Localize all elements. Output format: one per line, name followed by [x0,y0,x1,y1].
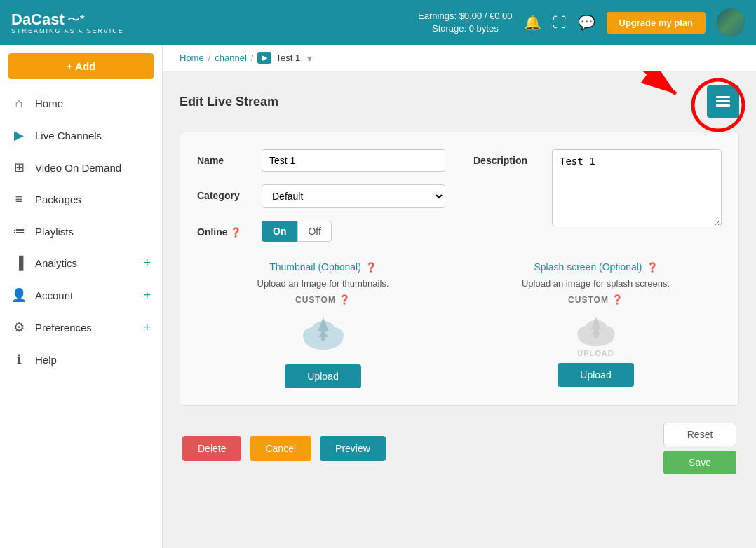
splash-title-row: Splash screen (Optional) ❓ [534,261,657,273]
breadcrumb: Home / channel / ▶ Test 1 ▾ [163,45,756,71]
toggle-on-button[interactable]: On [262,221,297,242]
help-icon: ℹ [11,352,27,367]
earnings-display: Earnings: $0.00 / €0.00 Storage: 0 bytes [418,10,512,35]
splash-cloud-upload-svg [572,310,621,349]
sidebar-label-vod: Video On Demand [35,162,121,174]
thumbnail-subtitle: Upload an Image for thumbnails. [257,278,389,289]
sidebar-label-home: Home [35,97,63,109]
form-main-grid: Name Category Default Online [197,149,722,254]
splash-upload-area: UPLOAD [572,310,621,357]
content-area: Edit Live Stream [163,71,756,548]
toggle-off-button[interactable]: Off [297,221,331,242]
preview-button[interactable]: Preview [320,436,386,461]
sidebar-item-account[interactable]: 👤 Account + [0,279,162,311]
splash-upload-text: UPLOAD [577,349,614,357]
svg-rect-4 [716,100,730,102]
preferences-plus-icon[interactable]: + [143,320,151,335]
name-input[interactable] [262,149,445,172]
account-plus-icon[interactable]: + [143,288,151,303]
avatar[interactable] [717,8,745,36]
logo-wave: 〜* [67,11,85,28]
cancel-button[interactable]: Cancel [250,436,311,461]
online-label: Online ❓ [197,221,253,238]
upgrade-button[interactable]: Upgrade my plan [607,12,706,34]
analytics-plus-icon[interactable]: + [143,256,151,270]
description-row: Description Test 1 [473,149,722,226]
thumbnail-upload-button[interactable]: Upload [285,364,360,388]
online-toggle: On Off [262,221,332,242]
form-header: Edit Live Stream [180,85,739,118]
thumbnail-title-row: Thumbnail (Optional) ❓ [269,261,377,273]
sidebar: + Add ⌂ Home ▶ Live Channels ⊞ Video On … [0,45,163,548]
online-help-icon[interactable]: ❓ [230,227,241,238]
thumbnail-help-icon[interactable]: ❓ [365,262,377,273]
breadcrumb-home[interactable]: Home [180,53,204,63]
category-select[interactable]: Default [262,184,445,208]
thumbnail-title: Thumbnail (Optional) [269,261,361,273]
account-icon: 👤 [11,287,27,303]
packages-icon: ≡ [11,192,27,207]
form-right-col: Description Test 1 [473,149,722,254]
logo-subtitle: STREAMING AS A SERVICE [11,27,124,34]
splash-custom-label: CUSTOM ❓ [568,294,623,305]
reset-button[interactable]: Reset [663,423,736,446]
fullscreen-icon[interactable]: ⛶ [553,15,567,31]
thumbnail-custom-help-icon[interactable]: ❓ [339,294,351,305]
delete-button[interactable]: Delete [182,436,241,461]
breadcrumb-current: Test 1 [276,53,300,63]
sidebar-item-help[interactable]: ℹ Help [0,343,162,376]
analytics-icon: ▐ [11,256,27,270]
upload-section: Thumbnail (Optional) ❓ Upload an Image f… [197,261,722,388]
chat-icon[interactable]: 💬 [578,14,595,31]
earnings-line1: Earnings: $0.00 / €0.00 [418,10,512,22]
cloud-upload-svg [299,310,348,352]
description-textarea[interactable]: Test 1 [552,149,722,226]
sidebar-item-live-channels[interactable]: ▶ Live Channels [0,119,162,151]
splash-help-icon[interactable]: ❓ [647,262,658,273]
breadcrumb-dropdown-arrow[interactable]: ▾ [307,53,312,64]
right-action-buttons: Reset Save [663,423,736,474]
name-label: Name [197,149,253,166]
menu-button[interactable] [707,85,739,118]
splash-subtitle: Upload an image for splash screens. [522,278,670,289]
sidebar-label-playlists: Playlists [35,226,74,238]
add-button[interactable]: + Add [8,53,154,79]
splash-custom-help-icon[interactable]: ❓ [612,294,623,305]
svg-rect-5 [716,104,730,107]
thumbnail-upload-icon [299,310,348,359]
playlists-icon: ≔ [11,224,27,239]
header: DaCast 〜* STREAMING AS A SERVICE Earning… [0,0,756,45]
description-label: Description [473,149,544,166]
sidebar-item-playlists[interactable]: ≔ Playlists [0,215,162,247]
sidebar-item-packages[interactable]: ≡ Packages [0,184,162,215]
sidebar-item-home[interactable]: ⌂ Home [0,88,162,119]
logo-text: DaCast [11,11,65,29]
splash-upload-box: Splash screen (Optional) ❓ Upload an ima… [470,261,722,388]
svg-rect-3 [716,96,730,98]
form-left-col: Name Category Default Online [197,149,445,254]
sidebar-item-preferences[interactable]: ⚙ Preferences + [0,311,162,343]
sidebar-item-vod[interactable]: ⊞ Video On Demand [0,151,162,184]
sidebar-label-help: Help [35,354,57,366]
logo: DaCast 〜* STREAMING AS A SERVICE [11,11,124,34]
breadcrumb-channel[interactable]: channel [215,53,247,63]
splash-upload-button[interactable]: Upload [558,363,633,387]
sidebar-label-account: Account [35,289,73,301]
sidebar-item-analytics[interactable]: ▐ Analytics + [0,247,162,279]
avatar-image [717,8,745,36]
sidebar-label-preferences: Preferences [35,322,92,334]
sidebar-nav: ⌂ Home ▶ Live Channels ⊞ Video On Demand… [0,88,162,376]
online-row: Online ❓ On Off [197,221,445,242]
svg-line-2 [627,71,676,94]
page-title: Edit Live Stream [180,95,278,109]
main-content: Home / channel / ▶ Test 1 ▾ Edit Live St… [163,45,756,548]
sidebar-label-analytics: Analytics [35,257,77,269]
name-row: Name [197,149,445,172]
save-button[interactable]: Save [663,451,736,474]
sidebar-label-packages: Packages [35,193,81,205]
vod-icon: ⊞ [11,160,27,175]
thumbnail-upload-box: Thumbnail (Optional) ❓ Upload an Image f… [197,261,449,388]
red-arrow-indicator [613,71,697,107]
bell-icon[interactable]: 🔔 [524,14,541,31]
menu-btn-wrapper [707,85,739,118]
